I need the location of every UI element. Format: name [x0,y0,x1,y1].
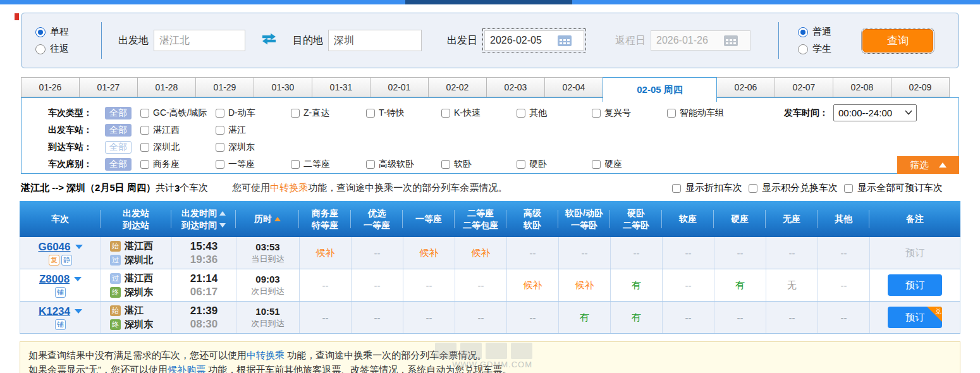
trip-type-oneway[interactable]: 单程 [35,26,90,38]
checkbox-icon[interactable] [216,109,224,118]
filter-all-seat-class[interactable]: 全部 [105,158,132,171]
column-header-no-seat[interactable]: 无座 [766,201,818,237]
transfer-link-2[interactable]: 中转换乘 [247,350,285,360]
checkbox-icon[interactable] [140,143,149,152]
column-header-hard-seat[interactable]: 硬座 [714,201,766,237]
date-tab-01-26[interactable]: 01-26 [21,77,80,97]
column-header-first-seat[interactable]: 一等座 [403,201,455,237]
filter-option[interactable]: 湛江 [216,125,291,136]
column-header-preferred-first[interactable]: 优选一等座 [351,201,403,237]
filter-option[interactable]: K-快速 [441,107,517,119]
filter-option[interactable]: T-特快 [366,107,441,119]
date-tab-01-28[interactable]: 01-28 [137,77,196,97]
date-tab-02-04[interactable]: 02-04 [544,77,603,97]
checkbox-icon[interactable] [291,109,300,118]
filter-option[interactable]: 湛江西 [140,125,216,136]
column-header-train-no[interactable]: 车次 [20,201,101,237]
date-tab-02-07[interactable]: 02-07 [775,77,833,97]
column-header-times[interactable]: 出发时间到达时间 [171,201,236,237]
filter-option[interactable]: 高级软卧 [366,159,441,170]
date-tab-01-27[interactable]: 01-27 [79,77,138,97]
date-tab-02-09[interactable]: 02-09 [891,77,950,97]
checkbox-icon[interactable] [140,109,149,118]
filter-option[interactable]: 硬卧 [517,159,592,170]
radio-normal-icon[interactable] [798,27,808,37]
sort-desc-icon[interactable] [219,223,226,228]
column-header-hard-sleeper[interactable]: 硬卧二等卧 [610,201,662,237]
display-option[interactable]: 显示全部可预订车次 [844,182,943,194]
expand-caret-icon[interactable] [75,309,82,314]
checkbox-icon[interactable] [517,109,525,118]
date-tab-02-08[interactable]: 02-08 [833,77,891,97]
checkbox-icon[interactable] [441,109,450,118]
calendar-icon[interactable] [557,34,572,47]
trip-type-roundtrip[interactable]: 往返 [35,43,90,55]
train-code-link[interactable]: Z8008 [39,273,70,286]
checkbox-icon[interactable] [140,126,149,135]
expand-caret-icon[interactable] [74,277,82,281]
filter-option[interactable]: 硬座 [592,159,667,170]
date-tab-02-02[interactable]: 02-02 [428,77,487,97]
checkbox-icon[interactable] [366,160,375,169]
expand-caret-icon[interactable] [75,245,83,249]
filter-option[interactable]: 智能动车组 [667,107,742,119]
filter-option[interactable]: 二等座 [291,159,366,170]
transfer-link[interactable]: 中转换乘 [270,182,308,193]
checkbox-icon[interactable] [592,160,601,169]
filter-option[interactable]: 软卧 [441,159,517,170]
filter-option[interactable]: 一等座 [216,159,291,170]
checkbox-icon[interactable] [216,160,224,169]
checkbox-icon[interactable] [441,160,450,169]
checkbox-icon[interactable] [672,184,681,193]
checkbox-icon[interactable] [216,126,224,135]
display-option[interactable]: 显示积分兑换车次 [749,182,838,194]
filter-option[interactable]: Z-直达 [291,107,366,119]
checkbox-icon[interactable] [749,184,757,193]
book-button[interactable]: 预订兑 [888,307,942,328]
passenger-type-normal[interactable]: 普通 [798,26,842,38]
checkbox-icon[interactable] [592,109,601,118]
train-code-link[interactable]: K1234 [39,305,70,318]
checkbox-icon[interactable] [291,160,300,169]
sort-asc-icon[interactable] [274,217,281,221]
to-city-input[interactable] [328,30,422,51]
filter-all-train-type[interactable]: 全部 [105,107,132,119]
filter-option[interactable]: 深圳北 [140,142,216,153]
depart-date-input[interactable] [485,35,556,46]
waitlist-link[interactable]: 候补购票 [168,364,205,373]
checkbox-icon[interactable] [140,160,149,169]
filter-option[interactable]: 其他 [517,107,592,119]
swap-cities-icon[interactable] [260,34,278,47]
column-header-stations[interactable]: 出发站到达站 [101,201,171,237]
date-tab-02-05[interactable]: 02-05 周四 [603,77,717,102]
column-header-soft-seat[interactable]: 软座 [662,201,714,237]
date-tab-01-31[interactable]: 01-31 [312,77,371,97]
display-option[interactable]: 显示折扣车次 [672,182,742,194]
column-header-business-seat[interactable]: 商务座特等座 [299,201,351,237]
filter-all-depart-station[interactable]: 全部 [105,124,132,137]
column-header-soft-sleeper[interactable]: 软卧/动卧一等卧 [558,201,610,237]
radio-oneway-icon[interactable] [35,27,46,37]
filter-option[interactable]: D-动车 [216,107,291,119]
filter-option[interactable]: GC-高铁/城际 [140,107,216,119]
return-date-input[interactable] [651,35,722,46]
column-header-second-seat[interactable]: 二等座二等包座 [455,201,506,237]
checkbox-icon[interactable] [517,160,525,169]
filter-option[interactable]: 复兴号 [592,107,667,119]
date-tab-01-30[interactable]: 01-30 [254,77,312,97]
filter-option[interactable]: 商务座 [140,159,216,170]
radio-student-icon[interactable] [798,44,808,54]
search-button[interactable]: 查询 [862,29,933,52]
depart-time-select[interactable]: 00:00--24:00 [833,104,917,121]
passenger-type-student[interactable]: 学生 [798,43,842,55]
checkbox-icon[interactable] [667,109,676,118]
column-header-other[interactable]: 其他 [818,201,869,237]
filter-option[interactable]: 深圳东 [216,142,291,153]
checkbox-icon[interactable] [366,109,375,118]
column-header-remark[interactable]: 备注 [869,201,960,237]
date-tab-02-03[interactable]: 02-03 [486,77,545,97]
date-tab-02-06[interactable]: 02-06 [716,77,775,97]
filter-button[interactable]: 筛选 [897,156,959,174]
book-button[interactable]: 预订 [888,274,942,296]
column-header-duration[interactable]: 历时 [236,201,299,237]
